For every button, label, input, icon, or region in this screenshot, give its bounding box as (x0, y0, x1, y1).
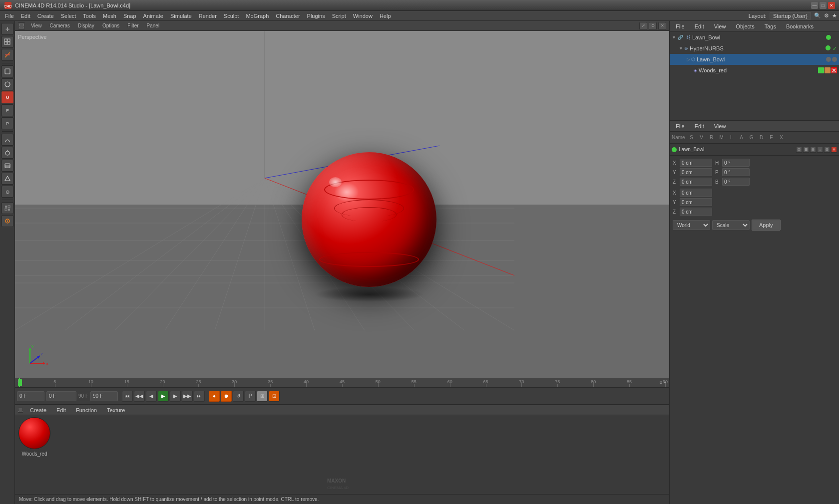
obj-menu-objects[interactable]: Objects (733, 22, 757, 30)
coord-x-pos-input[interactable] (680, 159, 712, 167)
props-menu-file[interactable]: File (673, 122, 688, 130)
layout-search-icon[interactable]: 🔍 (814, 12, 821, 19)
tool-move[interactable]: ✛ (1, 23, 13, 35)
scale-y-input[interactable] (680, 198, 712, 206)
first-frame-button[interactable]: ⏮ (122, 391, 133, 402)
layout-selector[interactable]: Layout: Startup (User) 🔍 ⚙ ★ (749, 12, 837, 20)
coord-system-dropdown[interactable]: World Object Camera (673, 220, 710, 230)
vp-close-icon[interactable]: ✕ (658, 22, 666, 30)
scheme-button[interactable]: ⊡ (269, 391, 280, 402)
obj-nurbs-vis-dot[interactable] (826, 45, 831, 50)
props-icon-delete[interactable]: ✕ (831, 147, 837, 153)
menu-snap[interactable]: Snap (120, 12, 139, 20)
material-item-woods-red[interactable]: Woods_red (17, 417, 52, 457)
obj-menu-view[interactable]: View (711, 22, 729, 30)
last-frame-button[interactable]: ⏭ (194, 391, 205, 402)
tool-poly[interactable] (1, 173, 13, 185)
close-button[interactable]: ✕ (828, 2, 835, 9)
obj-menu-edit[interactable]: Edit (692, 22, 707, 30)
menu-simulate[interactable]: Simulate (167, 12, 195, 20)
next-frame-button[interactable]: ▶ (170, 391, 181, 402)
vp-settings-icon[interactable]: ⚙ (649, 22, 657, 30)
vp-menu-view[interactable]: View (29, 22, 44, 29)
maximize-button[interactable]: □ (820, 2, 827, 9)
vp-menu-filter[interactable]: Filter (125, 22, 140, 29)
menu-create[interactable]: Create (34, 12, 57, 20)
minimize-button[interactable]: — (811, 2, 818, 9)
frame-display[interactable] (46, 391, 76, 401)
play-button[interactable]: ▶ (158, 391, 169, 402)
obj-bowl-dot1[interactable] (826, 57, 831, 62)
record-button[interactable]: ● (209, 391, 220, 402)
scale-x-input[interactable] (680, 189, 712, 197)
apply-button[interactable]: Apply (752, 220, 781, 231)
vp-menu-cameras[interactable]: Cameras (48, 22, 72, 29)
menu-sculpt[interactable]: Sculpt (221, 12, 242, 20)
obj-item-lawn-bowl-child[interactable]: ▷ ⬡ Lawn_Bowl (670, 54, 839, 65)
end-frame-input[interactable] (90, 391, 118, 401)
menu-select[interactable]: Select (58, 12, 79, 20)
menu-file[interactable]: File (2, 12, 17, 20)
3d-viewport[interactable]: Perspective (15, 31, 669, 378)
menu-tools[interactable]: Tools (80, 12, 99, 20)
menu-window[interactable]: Window (350, 12, 376, 20)
obj-item-lawn-bowl-root[interactable]: ▼ 🔗 ⛓ Lawn_Bowl (670, 32, 839, 43)
3d-object-bowl[interactable] (302, 152, 436, 302)
coord-y-pos-input[interactable] (680, 168, 712, 176)
obj-item-hypernurbs[interactable]: ▼ ⊛ HyperNURBS ✓ (670, 43, 839, 54)
prev-frame-button[interactable]: ◀ (146, 391, 157, 402)
coord-p-input[interactable] (722, 168, 750, 176)
motion-blur-button[interactable]: ⊞ (257, 391, 268, 402)
mat-menu-create[interactable]: Create (27, 406, 49, 414)
loop-button[interactable]: ↺ (233, 391, 244, 402)
menu-mesh[interactable]: Mesh (100, 12, 119, 20)
props-menu-view[interactable]: View (711, 122, 729, 130)
tool-smooth[interactable] (1, 215, 13, 227)
powerslider-button[interactable]: P (245, 391, 256, 402)
tool-grid-edit[interactable] (1, 202, 13, 214)
menu-help[interactable]: Help (377, 12, 394, 20)
obj-menu-file[interactable]: File (673, 22, 688, 30)
vp-menu-panel[interactable]: Panel (145, 22, 162, 29)
vp-menu-display[interactable]: Display (76, 22, 96, 29)
vp-menu-options[interactable]: Options (100, 22, 121, 29)
tool-active-1[interactable]: M (1, 91, 13, 103)
tool-view-perspective[interactable] (1, 36, 13, 48)
menu-edit[interactable]: Edit (18, 12, 33, 20)
obj-bowl-dot2[interactable] (832, 57, 837, 62)
coord-mode-dropdown[interactable]: Scale Size (712, 220, 750, 230)
coord-z-pos-input[interactable] (680, 178, 712, 186)
mat-menu-edit[interactable]: Edit (53, 406, 69, 414)
autokey-button[interactable]: ⏺ (221, 391, 232, 402)
obj-menu-tags[interactable]: Tags (762, 22, 779, 30)
obj-menu-bookmarks[interactable]: Bookmarks (783, 22, 817, 30)
coord-b-input[interactable] (722, 178, 750, 186)
menu-plugins[interactable]: Plugins (304, 12, 328, 20)
coord-h-input[interactable] (722, 159, 750, 167)
layout-settings-icon[interactable]: ⚙ (824, 12, 829, 19)
menu-mograph[interactable]: MoGraph (243, 12, 272, 20)
menu-render[interactable]: Render (196, 12, 220, 20)
tool-texture[interactable] (1, 78, 13, 90)
obj-item-woods-red[interactable]: ◈ Woods_red (670, 65, 839, 76)
menu-character[interactable]: Character (273, 12, 303, 20)
tool-spline[interactable] (1, 134, 13, 146)
timeline-ruler[interactable]: // Ticks rendered by the populate script… (15, 378, 669, 387)
vp-expand-icon[interactable]: ⤢ (639, 22, 647, 30)
next-key-button[interactable]: ▶▶ (182, 391, 193, 402)
obj-vis-dot[interactable] (826, 35, 831, 40)
tool-model[interactable] (1, 65, 13, 77)
prev-key-button[interactable]: ◀◀ (134, 391, 145, 402)
tool-active-2[interactable]: E (1, 104, 13, 116)
mat-menu-texture[interactable]: Texture (104, 406, 128, 414)
current-frame-input[interactable] (17, 391, 44, 401)
tool-active-3[interactable]: P (1, 117, 13, 129)
mat-menu-function[interactable]: Function (73, 406, 100, 414)
menu-animate[interactable]: Animate (140, 12, 166, 20)
menu-script[interactable]: Script (329, 12, 349, 20)
tool-axis[interactable] (1, 49, 13, 61)
tool-sculpt-brush[interactable] (1, 147, 13, 159)
material-preview-woods-red[interactable] (18, 417, 50, 449)
layout-bookmark-icon[interactable]: ★ (832, 12, 837, 19)
tool-paint[interactable] (1, 160, 13, 172)
